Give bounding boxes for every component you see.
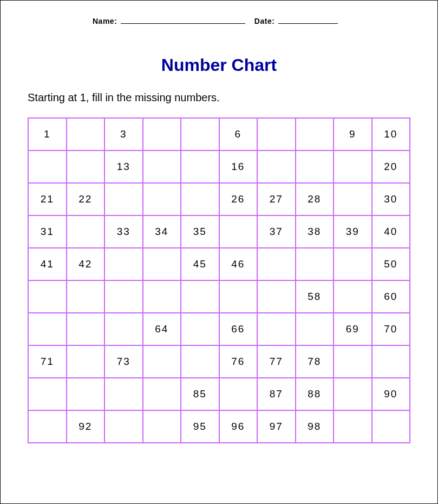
- grid-cell: 73: [104, 345, 143, 378]
- grid-cell[interactable]: [181, 183, 219, 215]
- grid-cell[interactable]: [296, 313, 334, 345]
- grid-row: 64666970: [28, 313, 410, 345]
- grid-cell[interactable]: [181, 118, 219, 150]
- grid-cell[interactable]: [143, 248, 181, 280]
- grid-cell: 37: [257, 215, 296, 248]
- grid-cell: 69: [334, 313, 372, 345]
- grid-cell: 1: [28, 118, 67, 150]
- grid-cell: 33: [104, 215, 143, 248]
- page-title: Number Chart: [28, 55, 410, 75]
- grid-cell[interactable]: [67, 150, 105, 183]
- grid-cell[interactable]: [67, 345, 105, 378]
- grid-cell[interactable]: [104, 183, 143, 215]
- grid-cell[interactable]: [67, 313, 105, 345]
- grid-cell[interactable]: [257, 280, 296, 313]
- grid-cell[interactable]: [372, 410, 410, 443]
- grid-cell[interactable]: [334, 345, 372, 378]
- grid-cell: 70: [372, 313, 410, 345]
- grid-cell: 90: [372, 378, 410, 410]
- grid-cell[interactable]: [181, 150, 219, 183]
- grid-cell[interactable]: [67, 280, 105, 313]
- grid-row: 131620: [28, 150, 410, 183]
- grid-cell: 50: [372, 248, 410, 280]
- grid-cell: 13: [104, 150, 143, 183]
- grid-cell[interactable]: [257, 248, 296, 280]
- grid-cell[interactable]: [28, 378, 67, 410]
- grid-row: 85878890: [28, 378, 410, 410]
- grid-cell: 22: [67, 183, 105, 215]
- name-label: Name:: [93, 17, 117, 25]
- grid-cell[interactable]: [219, 378, 258, 410]
- grid-cell[interactable]: [143, 280, 181, 313]
- grid-cell[interactable]: [334, 410, 372, 443]
- grid-cell[interactable]: [104, 280, 143, 313]
- grid-cell[interactable]: [181, 280, 219, 313]
- grid-cell: 96: [219, 410, 258, 443]
- grid-cell[interactable]: [104, 248, 143, 280]
- grid-cell: 97: [257, 410, 296, 443]
- name-input-line[interactable]: [121, 17, 245, 24]
- grid-cell[interactable]: [28, 280, 67, 313]
- grid-cell: 39: [334, 215, 372, 248]
- grid-cell: 46: [219, 248, 258, 280]
- number-chart-grid: 1369101316202122262728303133343537383940…: [28, 117, 410, 443]
- grid-cell[interactable]: [334, 248, 372, 280]
- grid-cell[interactable]: [28, 410, 67, 443]
- date-label: Date:: [254, 17, 275, 25]
- grid-cell: 95: [181, 410, 219, 443]
- grid-cell[interactable]: [143, 410, 181, 443]
- grid-cell: 45: [181, 248, 219, 280]
- grid-cell[interactable]: [104, 378, 143, 410]
- grid-cell[interactable]: [334, 280, 372, 313]
- grid-cell[interactable]: [28, 150, 67, 183]
- grid-cell[interactable]: [67, 215, 105, 248]
- grid-cell[interactable]: [67, 378, 105, 410]
- grid-cell[interactable]: [219, 280, 258, 313]
- grid-cell[interactable]: [372, 345, 410, 378]
- grid-cell[interactable]: [143, 378, 181, 410]
- worksheet-header: Name: Date:: [93, 17, 410, 25]
- grid-cell: 66: [219, 313, 258, 345]
- grid-cell: 38: [296, 215, 334, 248]
- grid-cell[interactable]: [67, 118, 105, 150]
- grid-cell: 6: [219, 118, 258, 150]
- date-input-line[interactable]: [278, 17, 338, 24]
- grid-cell: 41: [28, 248, 67, 280]
- grid-cell: 20: [372, 150, 410, 183]
- grid-cell[interactable]: [334, 378, 372, 410]
- grid-cell[interactable]: [28, 313, 67, 345]
- grid-row: 3133343537383940: [28, 215, 410, 248]
- grid-row: 212226272830: [28, 183, 410, 215]
- grid-cell: 21: [28, 183, 67, 215]
- grid-cell[interactable]: [219, 215, 258, 248]
- grid-cell[interactable]: [334, 183, 372, 215]
- grid-cell: 87: [257, 378, 296, 410]
- grid-cell: 71: [28, 345, 67, 378]
- grid-cell[interactable]: [257, 313, 296, 345]
- grid-cell[interactable]: [334, 150, 372, 183]
- grid-cell: 31: [28, 215, 67, 248]
- grid-cell[interactable]: [181, 313, 219, 345]
- grid-cell[interactable]: [143, 150, 181, 183]
- grid-cell[interactable]: [296, 118, 334, 150]
- grid-cell[interactable]: [143, 183, 181, 215]
- grid-cell: 60: [372, 280, 410, 313]
- grid-row: 7173767778: [28, 345, 410, 378]
- grid-cell[interactable]: [104, 410, 143, 443]
- grid-cell[interactable]: [296, 150, 334, 183]
- grid-cell[interactable]: [181, 345, 219, 378]
- grid-cell[interactable]: [143, 118, 181, 150]
- grid-cell[interactable]: [257, 150, 296, 183]
- grid-cell: 77: [257, 345, 296, 378]
- grid-cell[interactable]: [143, 345, 181, 378]
- grid-cell: 16: [219, 150, 258, 183]
- grid-cell: 35: [181, 215, 219, 248]
- grid-cell: 9: [334, 118, 372, 150]
- grid-cell[interactable]: [257, 118, 296, 150]
- grid-row: 4142454650: [28, 248, 410, 280]
- grid-cell: 40: [372, 215, 410, 248]
- grid-cell: 92: [67, 410, 105, 443]
- grid-cell[interactable]: [296, 248, 334, 280]
- grid-cell: 88: [296, 378, 334, 410]
- grid-cell[interactable]: [104, 313, 143, 345]
